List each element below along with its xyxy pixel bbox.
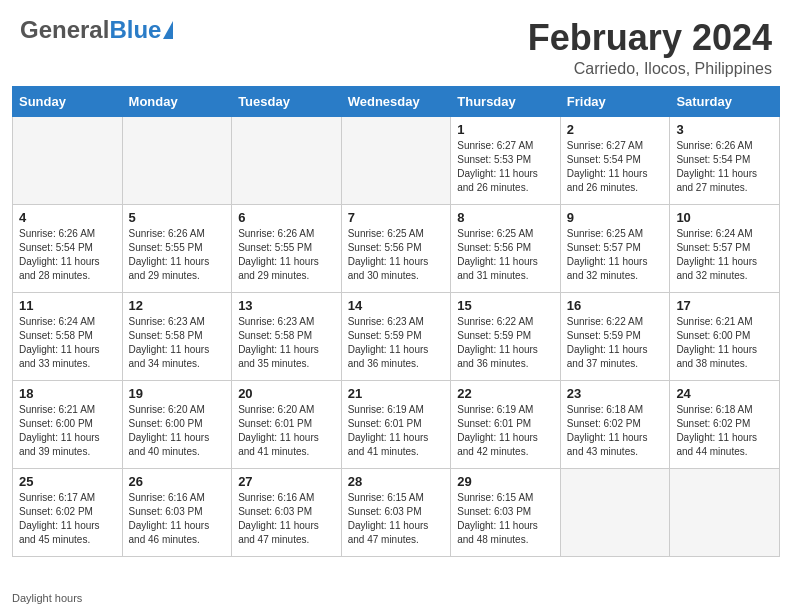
day-number: 6 [238,210,335,225]
calendar-cell: 26Sunrise: 6:16 AM Sunset: 6:03 PM Dayli… [122,468,232,556]
calendar-cell: 12Sunrise: 6:23 AM Sunset: 5:58 PM Dayli… [122,292,232,380]
header-row: SundayMondayTuesdayWednesdayThursdayFrid… [13,86,780,116]
calendar-wrapper: SundayMondayTuesdayWednesdayThursdayFrid… [0,86,792,588]
title-section: February 2024 Carriedo, Ilocos, Philippi… [528,18,772,78]
calendar-cell: 11Sunrise: 6:24 AM Sunset: 5:58 PM Dayli… [13,292,123,380]
day-number: 9 [567,210,664,225]
logo-text: GeneralBlue [20,18,161,42]
day-number: 27 [238,474,335,489]
day-info: Sunrise: 6:26 AM Sunset: 5:54 PM Dayligh… [676,139,773,195]
calendar-cell [13,116,123,204]
day-info: Sunrise: 6:26 AM Sunset: 5:55 PM Dayligh… [238,227,335,283]
calendar-cell: 16Sunrise: 6:22 AM Sunset: 5:59 PM Dayli… [560,292,670,380]
day-info: Sunrise: 6:25 AM Sunset: 5:56 PM Dayligh… [457,227,554,283]
day-info: Sunrise: 6:20 AM Sunset: 6:00 PM Dayligh… [129,403,226,459]
col-header-friday: Friday [560,86,670,116]
calendar-cell: 7Sunrise: 6:25 AM Sunset: 5:56 PM Daylig… [341,204,451,292]
day-number: 29 [457,474,554,489]
day-info: Sunrise: 6:19 AM Sunset: 6:01 PM Dayligh… [348,403,445,459]
day-number: 13 [238,298,335,313]
page: GeneralBlue February 2024 Carriedo, Iloc… [0,0,792,612]
week-row: 18Sunrise: 6:21 AM Sunset: 6:00 PM Dayli… [13,380,780,468]
day-number: 5 [129,210,226,225]
calendar-cell [232,116,342,204]
day-info: Sunrise: 6:19 AM Sunset: 6:01 PM Dayligh… [457,403,554,459]
calendar-cell: 14Sunrise: 6:23 AM Sunset: 5:59 PM Dayli… [341,292,451,380]
day-info: Sunrise: 6:15 AM Sunset: 6:03 PM Dayligh… [457,491,554,547]
week-row: 25Sunrise: 6:17 AM Sunset: 6:02 PM Dayli… [13,468,780,556]
calendar-cell: 20Sunrise: 6:20 AM Sunset: 6:01 PM Dayli… [232,380,342,468]
day-info: Sunrise: 6:16 AM Sunset: 6:03 PM Dayligh… [238,491,335,547]
calendar-cell: 24Sunrise: 6:18 AM Sunset: 6:02 PM Dayli… [670,380,780,468]
day-number: 22 [457,386,554,401]
day-number: 12 [129,298,226,313]
calendar-cell [560,468,670,556]
calendar-cell: 21Sunrise: 6:19 AM Sunset: 6:01 PM Dayli… [341,380,451,468]
day-number: 28 [348,474,445,489]
day-number: 2 [567,122,664,137]
calendar-cell [341,116,451,204]
col-header-wednesday: Wednesday [341,86,451,116]
daylight-label: Daylight hours [12,592,82,604]
calendar-cell: 4Sunrise: 6:26 AM Sunset: 5:54 PM Daylig… [13,204,123,292]
day-number: 3 [676,122,773,137]
day-number: 21 [348,386,445,401]
calendar-cell: 13Sunrise: 6:23 AM Sunset: 5:58 PM Dayli… [232,292,342,380]
day-info: Sunrise: 6:24 AM Sunset: 5:58 PM Dayligh… [19,315,116,371]
calendar-cell: 27Sunrise: 6:16 AM Sunset: 6:03 PM Dayli… [232,468,342,556]
day-info: Sunrise: 6:17 AM Sunset: 6:02 PM Dayligh… [19,491,116,547]
day-info: Sunrise: 6:22 AM Sunset: 5:59 PM Dayligh… [567,315,664,371]
col-header-sunday: Sunday [13,86,123,116]
calendar-table: SundayMondayTuesdayWednesdayThursdayFrid… [12,86,780,557]
calendar-cell: 17Sunrise: 6:21 AM Sunset: 6:00 PM Dayli… [670,292,780,380]
day-info: Sunrise: 6:20 AM Sunset: 6:01 PM Dayligh… [238,403,335,459]
calendar-cell: 10Sunrise: 6:24 AM Sunset: 5:57 PM Dayli… [670,204,780,292]
calendar-subtitle: Carriedo, Ilocos, Philippines [528,60,772,78]
calendar-cell: 1Sunrise: 6:27 AM Sunset: 5:53 PM Daylig… [451,116,561,204]
calendar-cell: 9Sunrise: 6:25 AM Sunset: 5:57 PM Daylig… [560,204,670,292]
day-info: Sunrise: 6:25 AM Sunset: 5:57 PM Dayligh… [567,227,664,283]
calendar-cell: 15Sunrise: 6:22 AM Sunset: 5:59 PM Dayli… [451,292,561,380]
day-number: 26 [129,474,226,489]
calendar-cell: 6Sunrise: 6:26 AM Sunset: 5:55 PM Daylig… [232,204,342,292]
day-number: 15 [457,298,554,313]
day-info: Sunrise: 6:18 AM Sunset: 6:02 PM Dayligh… [567,403,664,459]
calendar-cell: 2Sunrise: 6:27 AM Sunset: 5:54 PM Daylig… [560,116,670,204]
day-info: Sunrise: 6:21 AM Sunset: 6:00 PM Dayligh… [676,315,773,371]
day-number: 7 [348,210,445,225]
col-header-thursday: Thursday [451,86,561,116]
day-number: 20 [238,386,335,401]
day-number: 18 [19,386,116,401]
day-info: Sunrise: 6:24 AM Sunset: 5:57 PM Dayligh… [676,227,773,283]
calendar-cell: 5Sunrise: 6:26 AM Sunset: 5:55 PM Daylig… [122,204,232,292]
day-info: Sunrise: 6:23 AM Sunset: 5:59 PM Dayligh… [348,315,445,371]
day-number: 1 [457,122,554,137]
calendar-cell: 3Sunrise: 6:26 AM Sunset: 5:54 PM Daylig… [670,116,780,204]
calendar-cell [670,468,780,556]
week-row: 11Sunrise: 6:24 AM Sunset: 5:58 PM Dayli… [13,292,780,380]
calendar-cell: 23Sunrise: 6:18 AM Sunset: 6:02 PM Dayli… [560,380,670,468]
day-number: 14 [348,298,445,313]
footer: Daylight hours [0,588,792,612]
day-info: Sunrise: 6:16 AM Sunset: 6:03 PM Dayligh… [129,491,226,547]
calendar-cell [122,116,232,204]
day-info: Sunrise: 6:25 AM Sunset: 5:56 PM Dayligh… [348,227,445,283]
col-header-saturday: Saturday [670,86,780,116]
day-number: 25 [19,474,116,489]
day-number: 17 [676,298,773,313]
calendar-cell: 22Sunrise: 6:19 AM Sunset: 6:01 PM Dayli… [451,380,561,468]
week-row: 1Sunrise: 6:27 AM Sunset: 5:53 PM Daylig… [13,116,780,204]
week-row: 4Sunrise: 6:26 AM Sunset: 5:54 PM Daylig… [13,204,780,292]
day-info: Sunrise: 6:21 AM Sunset: 6:00 PM Dayligh… [19,403,116,459]
day-number: 16 [567,298,664,313]
day-number: 11 [19,298,116,313]
day-number: 19 [129,386,226,401]
logo: GeneralBlue [20,18,173,42]
day-info: Sunrise: 6:26 AM Sunset: 5:54 PM Dayligh… [19,227,116,283]
logo-triangle-icon [163,21,173,39]
col-header-tuesday: Tuesday [232,86,342,116]
col-header-monday: Monday [122,86,232,116]
header: GeneralBlue February 2024 Carriedo, Iloc… [0,0,792,86]
calendar-title: February 2024 [528,18,772,58]
day-info: Sunrise: 6:23 AM Sunset: 5:58 PM Dayligh… [129,315,226,371]
